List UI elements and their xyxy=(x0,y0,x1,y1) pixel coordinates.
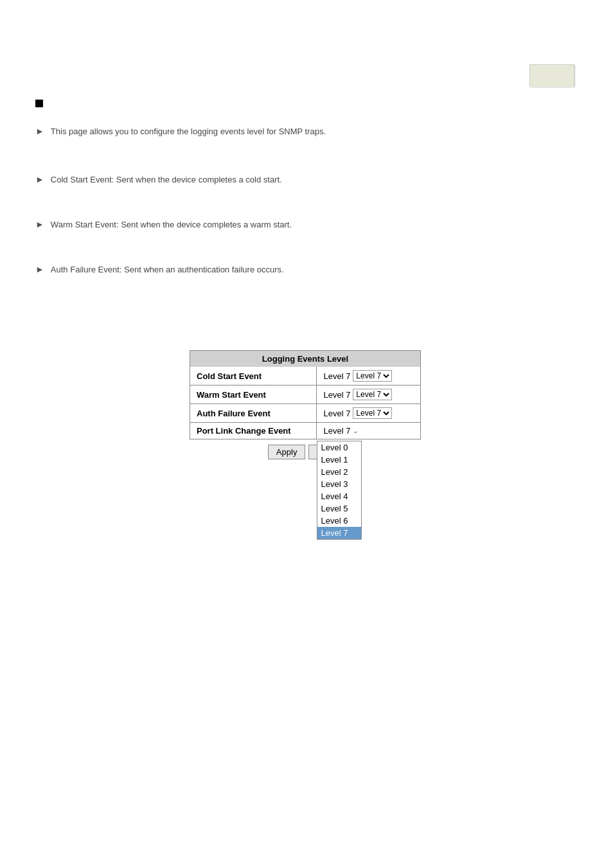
cold-start-level-select[interactable]: Level 0 Level 1 Level 2 Level 3 Level 4 … xyxy=(353,370,392,382)
arrow-section-1: ► This page allows you to configure the … xyxy=(35,125,578,144)
port-link-level-cell[interactable]: Level 7 ⌄ Level 0 Level 1 Level 2 Level … xyxy=(317,423,421,439)
warm-start-label: Warm Start Event xyxy=(190,385,317,404)
auth-failure-label: Auth Failure Event xyxy=(190,404,317,423)
port-link-level-value: Level 7 xyxy=(323,426,350,436)
apply-button[interactable]: Apply xyxy=(268,445,306,459)
arrow-text-3: Warm Start Event: Sent when the device c… xyxy=(51,218,292,232)
dropdown-option-level3[interactable]: Level 3 xyxy=(317,478,361,490)
table-row: Port Link Change Event Level 7 ⌄ Level 0… xyxy=(190,423,421,439)
dropdown-option-level2[interactable]: Level 2 xyxy=(317,466,361,478)
table-row: Warm Start Event Level 7 Level 0 Level 1… xyxy=(190,385,421,404)
arrow-icon-4: ► xyxy=(35,264,44,274)
cold-start-label: Cold Start Event xyxy=(190,367,317,385)
cold-start-level-cell: Level 7 Level 0 Level 1 Level 2 Level 3 … xyxy=(317,367,421,385)
table-header: Logging Events Level xyxy=(190,351,421,368)
arrow-icon-2: ► xyxy=(35,174,44,184)
arrow-section-4: ► Auth Failure Event: Sent when an authe… xyxy=(35,263,578,282)
port-link-dropdown-popup[interactable]: Level 0 Level 1 Level 2 Level 3 Level 4 … xyxy=(317,441,362,540)
port-link-dropdown-arrow[interactable]: ⌄ xyxy=(353,427,358,434)
top-right-tab xyxy=(529,64,574,87)
auth-failure-level-select[interactable]: Level 0 Level 1 Level 2 Level 3 Level 4 … xyxy=(353,407,392,419)
dropdown-option-level7[interactable]: Level 7 xyxy=(317,527,361,539)
dropdown-option-level0[interactable]: Level 0 xyxy=(317,441,361,454)
table-row: Cold Start Event Level 7 Level 0 Level 1… xyxy=(190,367,421,385)
arrow-icon-1: ► xyxy=(35,126,44,136)
arrow-icon-3: ► xyxy=(35,219,44,229)
warm-start-level-select[interactable]: Level 0 Level 1 Level 2 Level 3 Level 4 … xyxy=(353,389,392,400)
table-row: Auth Failure Event Level 7 Level 0 Level… xyxy=(190,404,421,423)
page-container: ► This page allows you to configure the … xyxy=(0,0,613,868)
bullet-icon xyxy=(35,100,43,107)
dropdown-option-level4[interactable]: Level 4 xyxy=(317,490,361,502)
warm-start-level-cell: Level 7 Level 0 Level 1 Level 2 Level 3 … xyxy=(317,385,421,404)
logging-events-table: Logging Events Level Cold Start Event Le… xyxy=(190,350,421,439)
logging-events-table-container: Logging Events Level Cold Start Event Le… xyxy=(190,350,421,459)
arrow-text-2: Cold Start Event: Sent when the device c… xyxy=(51,173,282,187)
dropdown-option-level6[interactable]: Level 6 xyxy=(317,515,361,527)
warm-start-level-value: Level 7 xyxy=(323,390,350,400)
arrow-section-2: ► Cold Start Event: Sent when the device… xyxy=(35,173,578,192)
cold-start-level-value: Level 7 xyxy=(323,371,350,381)
dropdown-option-level1[interactable]: Level 1 xyxy=(317,454,361,466)
auth-failure-level-cell: Level 7 Level 0 Level 1 Level 2 Level 3 … xyxy=(317,404,421,423)
arrow-text-4: Auth Failure Event: Sent when an authent… xyxy=(51,263,284,277)
buttons-row: Apply Help xyxy=(190,445,421,459)
arrow-section-3: ► Warm Start Event: Sent when the device… xyxy=(35,218,578,237)
auth-failure-level-value: Level 7 xyxy=(323,409,350,418)
arrow-text-1: This page allows you to configure the lo… xyxy=(51,125,326,139)
dropdown-option-level5[interactable]: Level 5 xyxy=(317,502,361,515)
port-link-label: Port Link Change Event xyxy=(190,423,317,439)
